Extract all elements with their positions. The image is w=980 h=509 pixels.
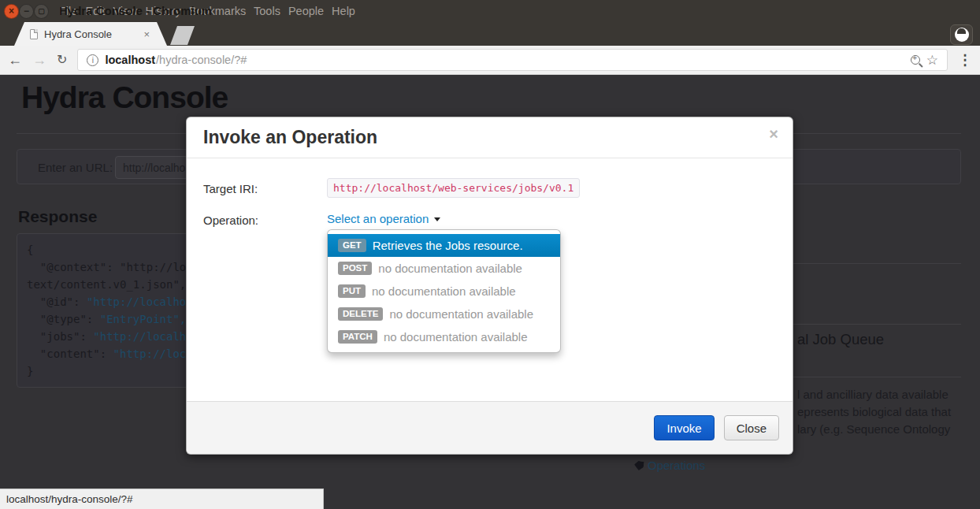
url-bar[interactable]: i localhost /hydra-console/?# ☆ [77, 49, 948, 71]
modal-header: Invoke an Operation × [187, 117, 793, 158]
window-title: Hydra Console - Chromium [59, 4, 212, 17]
method-badge: GET [338, 239, 366, 253]
method-badge: POST [338, 262, 372, 276]
back-icon[interactable]: ← [8, 53, 22, 67]
invoke-operation-modal: Invoke an Operation × Target IRI: http:/… [186, 117, 793, 455]
bookmark-star-icon[interactable]: ☆ [926, 52, 938, 69]
dropdown-item-desc: no documentation available [372, 284, 516, 298]
modal-close-icon[interactable]: × [769, 125, 778, 143]
operations-link[interactable]: Operations [634, 459, 705, 472]
response-heading: Response [18, 207, 97, 226]
window-close-icon[interactable]: × [4, 4, 19, 19]
target-iri-value: http://localhost/web-services/jobs/v0.1 [327, 178, 580, 198]
profile-avatar-button[interactable] [950, 24, 973, 45]
close-button[interactable]: Close [724, 415, 779, 440]
target-iri-label: Target IRI: [203, 182, 258, 195]
dropdown-item-desc: no documentation available [389, 307, 533, 321]
dropdown-item-post[interactable]: POST no documentation available [328, 257, 560, 280]
url-path: /hydra-console/?# [156, 54, 247, 66]
browser-menu-icon[interactable]: ⋮ [958, 51, 972, 69]
tab-close-icon[interactable]: × [143, 28, 150, 40]
dropdown-item-put[interactable]: PUT no documentation available [328, 280, 560, 303]
modal-body: Target IRI: http://localhost/web-service… [187, 158, 793, 402]
dropdown-item-get[interactable]: GET Retrieves the Jobs resource. [328, 234, 560, 257]
browser-tab[interactable]: Hydra Console × [14, 22, 167, 46]
person-icon [955, 28, 969, 42]
doc-paragraph-line: lary (e.g. Sequence Ontology [797, 422, 950, 436]
reload-icon[interactable]: ↻ [57, 54, 67, 66]
modal-footer: Invoke Close [187, 401, 793, 454]
url-form-label: Enter an URL: [38, 161, 113, 174]
doc-paragraph-line: l and ancilliary data available [797, 388, 948, 401]
tag-icon [633, 460, 644, 471]
window-maximize-icon[interactable]: ▢ [34, 4, 49, 19]
method-badge: PUT [338, 284, 366, 299]
dropdown-item-desc: no documentation available [384, 330, 528, 344]
zoom-page-icon[interactable] [911, 55, 920, 65]
caret-down-icon [434, 217, 440, 221]
browser-toolbar: ← → ↻ i localhost /hydra-console/?# ☆ ⋮ [0, 46, 980, 75]
new-tab-button[interactable] [170, 26, 195, 45]
dropdown-item-patch[interactable]: PATCH no documentation available [328, 325, 560, 348]
dropdown-item-delete[interactable]: DELETE no documentation available [328, 303, 560, 325]
job-queue-heading: al Job Queue [797, 331, 884, 348]
operation-dropdown-menu: GET Retrieves the Jobs resource. POST no… [327, 229, 561, 353]
window-minimize-icon[interactable]: − [19, 4, 34, 19]
page-title: Hydra Console [21, 80, 228, 115]
dropdown-item-desc: Retrieves the Jobs resource. [373, 239, 523, 252]
method-badge: PATCH [338, 330, 377, 344]
status-url-bubble: localhost/hydra-console/?# [0, 489, 324, 509]
operation-label: Operation: [203, 214, 258, 227]
operations-link-label: Operations [648, 459, 705, 472]
forward-icon: → [32, 53, 46, 67]
tab-title: Hydra Console [44, 28, 137, 40]
doc-paragraph-line: epresents biological data that [797, 405, 951, 418]
dropdown-item-desc: no documentation available [378, 262, 522, 275]
modal-title: Invoke an Operation [203, 127, 377, 148]
url-host: localhost [105, 54, 155, 66]
operation-dropdown-toggle[interactable]: Select an operation [327, 212, 440, 225]
window-frame: × − ▢ File Edit View History Bookmarks T… [0, 0, 980, 46]
invoke-button[interactable]: Invoke [654, 415, 714, 440]
site-info-icon[interactable]: i [87, 54, 98, 66]
page-favicon-icon [30, 29, 38, 39]
operation-toggle-label: Select an operation [327, 212, 429, 225]
method-badge: DELETE [338, 307, 383, 321]
